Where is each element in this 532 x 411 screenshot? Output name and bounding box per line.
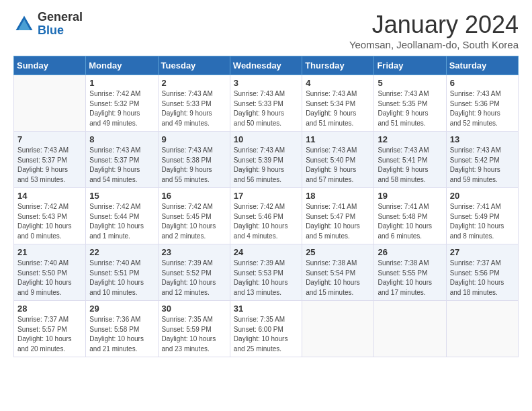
logo-general: General: [38, 11, 83, 24]
day-info: Sunrise: 7:35 AM Sunset: 5:59 PM Dayligh…: [162, 315, 226, 354]
day-info: Sunrise: 7:43 AM Sunset: 5:41 PM Dayligh…: [378, 146, 442, 185]
day-number: 25: [306, 247, 370, 257]
day-number: 31: [234, 304, 298, 314]
day-number: 9: [162, 134, 226, 144]
day-info: Sunrise: 7:43 AM Sunset: 5:38 PM Dayligh…: [162, 146, 226, 185]
day-info: Sunrise: 7:43 AM Sunset: 5:33 PM Dayligh…: [234, 89, 298, 128]
logo: General Blue: [13, 11, 83, 38]
calendar-cell: 9Sunrise: 7:43 AM Sunset: 5:38 PM Daylig…: [158, 132, 230, 188]
day-info: Sunrise: 7:39 AM Sunset: 5:53 PM Dayligh…: [234, 259, 298, 298]
day-info: Sunrise: 7:35 AM Sunset: 6:00 PM Dayligh…: [234, 315, 298, 354]
calendar-cell: 17Sunrise: 7:42 AM Sunset: 5:46 PM Dayli…: [230, 188, 302, 244]
day-number: 30: [162, 304, 226, 314]
day-number: 21: [17, 247, 82, 257]
day-info: Sunrise: 7:43 AM Sunset: 5:34 PM Dayligh…: [306, 89, 370, 128]
day-info: Sunrise: 7:42 AM Sunset: 5:43 PM Dayligh…: [17, 202, 82, 241]
day-info: Sunrise: 7:43 AM Sunset: 5:37 PM Dayligh…: [89, 146, 154, 185]
day-number: 8: [89, 134, 154, 144]
day-number: 27: [450, 247, 515, 257]
weekday-header-thursday: Thursday: [302, 56, 374, 75]
day-info: Sunrise: 7:43 AM Sunset: 5:36 PM Dayligh…: [450, 89, 515, 128]
day-info: Sunrise: 7:42 AM Sunset: 5:45 PM Dayligh…: [162, 202, 226, 241]
day-info: Sunrise: 7:41 AM Sunset: 5:48 PM Dayligh…: [378, 202, 442, 241]
calendar-cell: 7Sunrise: 7:43 AM Sunset: 5:37 PM Daylig…: [14, 132, 86, 188]
calendar-cell: [446, 301, 518, 357]
day-number: 28: [17, 304, 82, 314]
weekday-header-friday: Friday: [374, 56, 446, 75]
day-number: 6: [450, 78, 515, 88]
day-number: 1: [89, 78, 154, 88]
day-number: 18: [306, 191, 370, 201]
calendar-cell: 16Sunrise: 7:42 AM Sunset: 5:45 PM Dayli…: [158, 188, 230, 244]
day-info: Sunrise: 7:43 AM Sunset: 5:35 PM Dayligh…: [378, 89, 442, 128]
day-number: 10: [234, 134, 298, 144]
calendar-cell: 13Sunrise: 7:43 AM Sunset: 5:42 PM Dayli…: [446, 132, 518, 188]
logo-text: General Blue: [38, 11, 83, 38]
day-number: 12: [378, 134, 442, 144]
day-info: Sunrise: 7:41 AM Sunset: 5:47 PM Dayligh…: [306, 202, 370, 241]
calendar-cell: 23Sunrise: 7:39 AM Sunset: 5:52 PM Dayli…: [158, 244, 230, 301]
weekday-header-row: SundayMondayTuesdayWednesdayThursdayFrid…: [14, 56, 519, 75]
day-info: Sunrise: 7:43 AM Sunset: 5:40 PM Dayligh…: [306, 146, 370, 185]
calendar-week-row: 28Sunrise: 7:37 AM Sunset: 5:57 PM Dayli…: [14, 301, 519, 357]
day-info: Sunrise: 7:40 AM Sunset: 5:50 PM Dayligh…: [17, 259, 82, 298]
day-info: Sunrise: 7:38 AM Sunset: 5:54 PM Dayligh…: [306, 259, 370, 298]
calendar-cell: 25Sunrise: 7:38 AM Sunset: 5:54 PM Dayli…: [302, 244, 374, 301]
day-number: 14: [17, 191, 82, 201]
page-header: General Blue January 2024 Yeomsan, Jeoll…: [13, 11, 519, 50]
day-info: Sunrise: 7:42 AM Sunset: 5:32 PM Dayligh…: [89, 89, 154, 128]
day-info: Sunrise: 7:38 AM Sunset: 5:55 PM Dayligh…: [378, 259, 442, 298]
calendar-cell: 20Sunrise: 7:41 AM Sunset: 5:49 PM Dayli…: [446, 188, 518, 244]
calendar-cell: 10Sunrise: 7:43 AM Sunset: 5:39 PM Dayli…: [230, 132, 302, 188]
weekday-header-sunday: Sunday: [14, 56, 86, 75]
calendar-cell: 11Sunrise: 7:43 AM Sunset: 5:40 PM Dayli…: [302, 132, 374, 188]
calendar-cell: 30Sunrise: 7:35 AM Sunset: 5:59 PM Dayli…: [158, 301, 230, 357]
day-info: Sunrise: 7:43 AM Sunset: 5:39 PM Dayligh…: [234, 146, 298, 185]
day-info: Sunrise: 7:42 AM Sunset: 5:46 PM Dayligh…: [234, 202, 298, 241]
calendar-cell: 29Sunrise: 7:36 AM Sunset: 5:58 PM Dayli…: [86, 301, 158, 357]
calendar-cell: 1Sunrise: 7:42 AM Sunset: 5:32 PM Daylig…: [86, 75, 158, 132]
day-number: 23: [162, 247, 226, 257]
weekday-header-saturday: Saturday: [446, 56, 518, 75]
weekday-header-tuesday: Tuesday: [158, 56, 230, 75]
day-number: 2: [162, 78, 226, 88]
logo-blue: Blue: [38, 24, 83, 38]
day-info: Sunrise: 7:43 AM Sunset: 5:37 PM Dayligh…: [17, 146, 82, 185]
day-number: 17: [234, 191, 298, 201]
calendar-cell: 31Sunrise: 7:35 AM Sunset: 6:00 PM Dayli…: [230, 301, 302, 357]
calendar-cell: 24Sunrise: 7:39 AM Sunset: 5:53 PM Dayli…: [230, 244, 302, 301]
location-subtitle: Yeomsan, Jeollanam-do, South Korea: [349, 39, 519, 50]
weekday-header-wednesday: Wednesday: [230, 56, 302, 75]
calendar-cell: 6Sunrise: 7:43 AM Sunset: 5:36 PM Daylig…: [446, 75, 518, 132]
day-info: Sunrise: 7:40 AM Sunset: 5:51 PM Dayligh…: [89, 259, 154, 298]
calendar-cell: 12Sunrise: 7:43 AM Sunset: 5:41 PM Dayli…: [374, 132, 446, 188]
calendar-cell: [302, 301, 374, 357]
day-number: 20: [450, 191, 515, 201]
day-info: Sunrise: 7:37 AM Sunset: 5:57 PM Dayligh…: [17, 315, 82, 354]
day-number: 11: [306, 134, 370, 144]
day-info: Sunrise: 7:36 AM Sunset: 5:58 PM Dayligh…: [89, 315, 154, 354]
day-info: Sunrise: 7:43 AM Sunset: 5:33 PM Dayligh…: [162, 89, 226, 128]
day-info: Sunrise: 7:39 AM Sunset: 5:52 PM Dayligh…: [162, 259, 226, 298]
calendar-cell: 5Sunrise: 7:43 AM Sunset: 5:35 PM Daylig…: [374, 75, 446, 132]
calendar-week-row: 14Sunrise: 7:42 AM Sunset: 5:43 PM Dayli…: [14, 188, 519, 244]
day-number: 4: [306, 78, 370, 88]
month-title: January 2024: [349, 11, 519, 39]
logo-icon: [13, 13, 35, 35]
calendar-cell: 21Sunrise: 7:40 AM Sunset: 5:50 PM Dayli…: [14, 244, 86, 301]
calendar-cell: 8Sunrise: 7:43 AM Sunset: 5:37 PM Daylig…: [86, 132, 158, 188]
weekday-header-monday: Monday: [86, 56, 158, 75]
title-block: January 2024 Yeomsan, Jeollanam-do, Sout…: [349, 11, 519, 50]
calendar-cell: 15Sunrise: 7:42 AM Sunset: 5:44 PM Dayli…: [86, 188, 158, 244]
calendar-cell: 2Sunrise: 7:43 AM Sunset: 5:33 PM Daylig…: [158, 75, 230, 132]
day-number: 15: [89, 191, 154, 201]
calendar-cell: 14Sunrise: 7:42 AM Sunset: 5:43 PM Dayli…: [14, 188, 86, 244]
day-number: 29: [89, 304, 154, 314]
calendar-cell: [374, 301, 446, 357]
day-number: 16: [162, 191, 226, 201]
calendar-cell: 26Sunrise: 7:38 AM Sunset: 5:55 PM Dayli…: [374, 244, 446, 301]
day-number: 3: [234, 78, 298, 88]
day-number: 5: [378, 78, 442, 88]
day-number: 7: [17, 134, 82, 144]
calendar-cell: 22Sunrise: 7:40 AM Sunset: 5:51 PM Dayli…: [86, 244, 158, 301]
